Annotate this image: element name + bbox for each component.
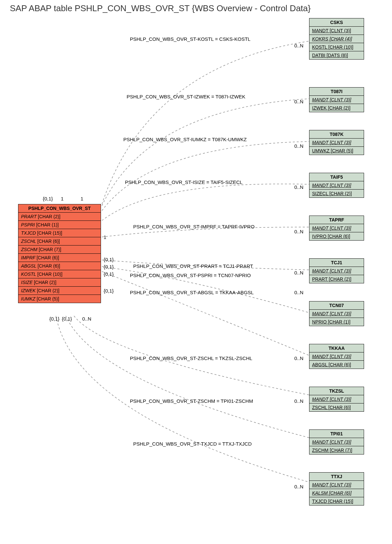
ref-header: TKKAA: [309, 344, 364, 352]
ref-field: MANDT [CLNT (3)]: [309, 139, 364, 147]
ref-field: MANDT [CLNT (3)]: [309, 27, 364, 35]
ref-header: T087K: [309, 130, 364, 139]
card-left-6: {0,1}: [104, 271, 114, 277]
card-right: 0..N: [294, 355, 304, 361]
ref-field: DATBI [DATS (8)]: [309, 51, 364, 59]
ref-entity-TKZSL: TKZSLMANDT [CLNT (3)]ZSCHL [CHAR (6)]: [309, 387, 364, 412]
card-left-2: 1: [81, 196, 83, 201]
ref-field: IVPRO [CHAR (6)]: [309, 232, 364, 240]
ref-entity-TCJ1: TCJ1MANDT [CLNT (3)]PRART [CHAR (2)]: [309, 258, 364, 283]
ref-field: ZSCHL [CHAR (6)]: [309, 403, 364, 411]
ref-entity-TAPRF: TAPRFMANDT [CLNT (3)]IVPRO [CHAR (6)]: [309, 216, 364, 241]
ref-entity-T087K: T087KMANDT [CLNT (3)]UMWKZ [CHAR (5)]: [309, 130, 364, 155]
relation-label: PSHLP_CON_WBS_OVR_ST-IZWEK = T087I-IZWEK: [127, 94, 245, 99]
ref-header: TAPRF: [309, 216, 364, 224]
card-left-9: {0,1}: [62, 316, 72, 322]
ref-field: MANDT [CLNT (3)]: [309, 181, 364, 190]
relation-label: PSHLP_CON_WBS_OVR_ST-IUMKZ = T087K-UMWKZ: [123, 137, 247, 142]
card-right: 0..N: [294, 184, 304, 190]
main-field: KOSTL [CHAR (10)]: [18, 270, 101, 278]
relation-label: PSHLP_CON_WBS_OVR_ST-ZSCHL = TKZSL-ZSCHL: [130, 355, 252, 361]
main-field: ZSCHL [CHAR (6)]: [18, 237, 101, 246]
card-left-5: {0,1}: [104, 264, 114, 270]
main-field: ISIZE [CHAR (2)]: [18, 278, 101, 287]
relation-label: PSHLP_CON_WBS_OVR_ST-PSPRI = TCN07-NPRIO: [130, 272, 251, 278]
ref-field: KALSM [CHAR (6)]: [309, 489, 364, 497]
card-left-8: {0,1}: [49, 316, 60, 322]
ref-field: SIZECL [CHAR (2)]: [309, 190, 364, 197]
main-field: ZSCHM [CHAR (7)]: [18, 246, 101, 254]
ref-entity-TCN07: TCN07MANDT [CLNT (3)]NPRIO [CHAR (1)]: [309, 301, 364, 326]
page-title: SAP ABAP table PSHLP_CON_WBS_OVR_ST {WBS…: [10, 3, 311, 13]
main-field: TXJCD [CHAR (15)]: [18, 229, 101, 237]
ref-entity-TTXJ: TTXJMANDT [CLNT (3)]KALSM [CHAR (6)]TXJC…: [309, 472, 364, 505]
main-entity-header: PSHLP_CON_WBS_OVR_ST: [18, 204, 101, 213]
card-left-7: {0,1}: [104, 288, 114, 294]
ref-entity-CSKS: CSKSMANDT [CLNT (3)]KOKRS [CHAR (4)]KOST…: [309, 18, 364, 60]
ref-field: ZSCHM [CHAR (7)]: [309, 446, 364, 454]
relation-label: PSHLP_CON_WBS_OVR_ST-TXJCD = TTXJ-TXJCD: [133, 441, 252, 447]
ref-field: MANDT [CLNT (3)]: [309, 96, 364, 104]
main-field: PSPRI [CHAR (1)]: [18, 221, 101, 229]
card-right: 0..N: [294, 290, 304, 295]
ref-field: MANDT [CLNT (3)]: [309, 395, 364, 403]
card-right: 0..N: [294, 143, 304, 149]
card-right: 0..N: [294, 229, 304, 234]
ref-entity-TAIF5: TAIF5MANDT [CLNT (3)]SIZECL [CHAR (2)]: [309, 173, 364, 198]
card-left-3: 1: [104, 234, 106, 240]
card-right: 0..N: [294, 99, 304, 104]
card-right: 0..N: [294, 484, 304, 489]
ref-header: TKZSL: [309, 387, 364, 395]
ref-entity-TPI01: TPI01MANDT [CLNT (3)]ZSCHM [CHAR (7)]: [309, 429, 364, 454]
ref-field: PRART [CHAR (2)]: [309, 275, 364, 283]
ref-field: NPRIO [CHAR (1)]: [309, 318, 364, 326]
relation-label: PSHLP_CON_WBS_OVR_ST-ZSCHM = TPI01-ZSCHM: [130, 398, 253, 404]
relation-label: PSHLP_CON_WBS_OVR_ST-ISIZE = TAIF5-SIZEC…: [125, 179, 242, 185]
ref-header: TCN07: [309, 301, 364, 310]
ref-field: MANDT [CLNT (3)]: [309, 224, 364, 232]
relation-label: PSHLP_CON_WBS_OVR_ST-ABGSL = TKKAA-ABGSL: [130, 290, 254, 295]
ref-field: KOSTL [CHAR (10)]: [309, 43, 364, 51]
ref-field: ABGSL [CHAR (6)]: [309, 361, 364, 369]
card-left-0: {0,1}: [43, 196, 53, 201]
ref-field: MANDT [CLNT (3)]: [309, 310, 364, 318]
relation-label: PSHLP_CON_WBS_OVR_ST-IMPRF = TAPRF-IVPRO: [133, 224, 255, 229]
relation-label: PSHLP_CON_WBS_OVR_ST-PRART = TCJ1-PRART: [133, 263, 253, 269]
main-field: PRART [CHAR (2)]: [18, 213, 101, 221]
ref-header: TAIF5: [309, 173, 364, 181]
card-right: 0..N: [294, 398, 304, 404]
ref-header: TCJ1: [309, 259, 364, 267]
relation-label: PSHLP_CON_WBS_OVR_ST-KOSTL = CSKS-KOSTL: [130, 36, 251, 42]
ref-field: TXJCD [CHAR (15)]: [309, 497, 364, 505]
main-field: IZWEK [CHAR (2)]: [18, 287, 101, 295]
card-right: 0..N: [294, 270, 304, 275]
ref-header: TTXJ: [309, 473, 364, 481]
ref-entity-TKKAA: TKKAAMANDT [CLNT (3)]ABGSL [CHAR (6)]: [309, 344, 364, 369]
main-field: ABGSL [CHAR (6)]: [18, 262, 101, 270]
card-left-1: 1: [61, 196, 63, 201]
ref-field: MANDT [CLNT (3)]: [309, 267, 364, 275]
ref-field: MANDT [CLNT (3)]: [309, 438, 364, 446]
ref-header: CSKS: [309, 18, 364, 27]
ref-header: T087I: [309, 88, 364, 96]
ref-field: KOKRS [CHAR (4)]: [309, 35, 364, 43]
ref-field: MANDT [CLNT (3)]: [309, 352, 364, 361]
card-left-10: 0..N: [82, 316, 91, 322]
ref-field: UMWKZ [CHAR (5)]: [309, 147, 364, 155]
card-right: 0..N: [294, 43, 304, 48]
card-left-4: {0,1}: [104, 257, 114, 262]
ref-entity-T087I: T087IMANDT [CLNT (3)]IZWEK [CHAR (2)]: [309, 87, 364, 112]
main-field: IUMKZ [CHAR (5)]: [18, 295, 101, 303]
ref-header: TPI01: [309, 430, 364, 438]
main-field: IMPRF [CHAR (6)]: [18, 254, 101, 262]
main-entity: PSHLP_CON_WBS_OVR_ST PRART [CHAR (2)]PSP…: [18, 204, 101, 303]
ref-field: IZWEK [CHAR (2)]: [309, 104, 364, 112]
ref-field: MANDT [CLNT (3)]: [309, 481, 364, 489]
